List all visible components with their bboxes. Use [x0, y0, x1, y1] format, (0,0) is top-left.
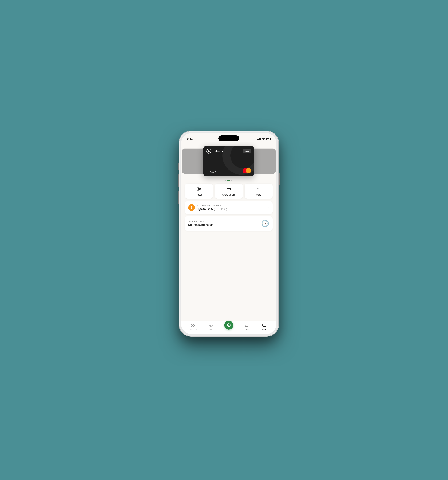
mastercard-logo — [242, 168, 251, 173]
card-brand-name: nebeus — [213, 149, 223, 153]
card-currency-badge: EUR — [243, 149, 251, 153]
status-icons — [257, 138, 271, 140]
svg-point-12 — [198, 189, 199, 190]
svg-rect-13 — [227, 188, 231, 190]
clock-icon: 🕐 — [261, 219, 269, 228]
action-buttons: Freeze Show Details — [181, 181, 276, 201]
chevron-right-icon: › — [269, 206, 269, 209]
balance-btc: (0,057 BTC) — [214, 208, 227, 211]
mc-orange-circle — [246, 168, 251, 173]
signal-icon — [257, 138, 261, 140]
transactions-empty-message: No transactions yet — [188, 223, 261, 226]
status-time: 9:41 — [187, 137, 193, 141]
transactions-info: TRANSACTIONS No transactions yet — [188, 220, 261, 226]
card-container: nebeus EUR •• 2345 — [185, 144, 273, 178]
nav-item-card[interactable]: Card — [260, 323, 269, 330]
nebeus-center-button[interactable] — [224, 321, 233, 330]
card-dot-3[interactable] — [231, 180, 233, 181]
nav-label-iban: IBAN — [244, 328, 249, 330]
battery-icon — [266, 138, 271, 140]
nav-item-wallet[interactable]: Wallet — [206, 323, 216, 330]
snowflake-icon — [196, 186, 202, 192]
nav-item-dashboard[interactable]: Dashboard — [188, 323, 198, 330]
svg-rect-24 — [245, 324, 248, 326]
dashboard-icon — [191, 323, 196, 327]
wallet-icon — [209, 323, 213, 327]
svg-point-23 — [210, 324, 213, 327]
card-nav-icon — [262, 323, 267, 327]
card-footer: •• 2345 — [207, 168, 251, 173]
balance-section[interactable]: ₿ BTC ACCOUNT BALANCE 1,504.08 € (0,057 … — [185, 201, 273, 214]
freeze-label: Freeze — [196, 193, 203, 196]
balance-amount: 1,504.08 € (0,057 BTC) — [197, 207, 266, 211]
spacer — [181, 233, 276, 321]
nav-label-wallet: Wallet — [209, 328, 214, 330]
btc-icon: ₿ — [188, 204, 195, 211]
wifi-icon — [262, 138, 265, 140]
phone-wrapper: 9:41 — [179, 131, 278, 336]
iban-icon — [244, 323, 249, 327]
more-button[interactable]: More — [245, 184, 273, 198]
transactions-label: TRANSACTIONS — [188, 220, 261, 222]
show-details-button[interactable]: Show Details — [215, 184, 243, 198]
more-icon — [256, 186, 262, 192]
svg-point-18 — [260, 189, 260, 190]
svg-point-16 — [257, 189, 258, 190]
balance-label: BTC ACCOUNT BALANCE — [197, 204, 266, 206]
nav-item-iban[interactable]: IBAN — [242, 323, 251, 330]
more-label: More — [256, 193, 261, 196]
power-button — [278, 173, 280, 186]
svg-rect-21 — [192, 326, 193, 327]
svg-rect-22 — [194, 326, 195, 327]
nav-label-dashboard: Dashboard — [189, 328, 198, 330]
screen-content: nebeus EUR •• 2345 — [181, 142, 276, 334]
card-dots — [185, 180, 273, 181]
card-dot-2[interactable] — [227, 180, 230, 181]
transactions-section: TRANSACTIONS No transactions yet 🕐 — [185, 216, 273, 231]
svg-rect-15 — [228, 189, 228, 190]
freeze-button[interactable]: Freeze — [185, 184, 213, 198]
main-card[interactable]: nebeus EUR •• 2345 — [203, 146, 254, 176]
phone-screen: 9:41 — [181, 133, 276, 334]
show-details-label: Show Details — [222, 193, 235, 196]
volume-up-button — [178, 174, 179, 187]
balance-info: BTC ACCOUNT BALANCE 1,504.08 € (0,057 BT… — [197, 204, 266, 211]
volume-down-button — [178, 191, 179, 204]
balance-eur: 1,504.08 € — [197, 207, 213, 211]
bottom-nav: Dashboard Wallet — [181, 321, 276, 334]
card-details-icon — [226, 186, 232, 192]
card-number: •• 2345 — [207, 171, 216, 173]
status-bar: 9:41 — [181, 133, 276, 142]
nebeus-logo-circle — [207, 149, 211, 154]
svg-rect-20 — [194, 324, 195, 325]
card-section: nebeus EUR •• 2345 — [181, 142, 276, 181]
card-header: nebeus EUR — [203, 146, 254, 154]
card-logo: nebeus — [207, 149, 223, 154]
svg-rect-19 — [192, 324, 193, 325]
phone-frame: 9:41 — [179, 131, 278, 336]
card-dot-1[interactable] — [225, 180, 226, 181]
svg-point-17 — [258, 189, 259, 190]
nav-item-home[interactable] — [224, 324, 234, 330]
dynamic-island — [218, 135, 239, 141]
mute-button — [178, 163, 179, 170]
nav-label-card: Card — [262, 328, 266, 330]
